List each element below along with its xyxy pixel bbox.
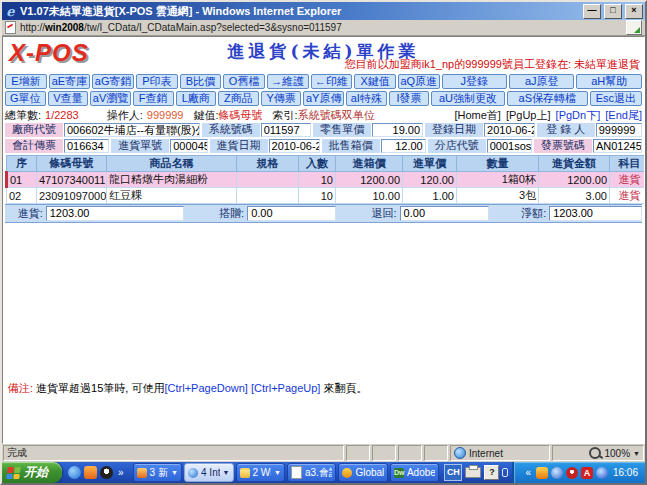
net-total-field[interactable]: 1203.00 [549,206,642,221]
items-table: 序 條碼母號 商品名稱 規格 入數 進箱價 進單價 數量 進貨金額 科目 01 … [5,155,645,204]
btn-original-login[interactable]: aJ原登 [509,74,574,89]
note-hotkey-pageup: [Ctrl+PageUp] [251,382,320,394]
tray-icon[interactable] [551,467,563,479]
tray-icon[interactable] [536,467,548,479]
quicklaunch-qq-icon[interactable] [100,466,113,479]
btn-key-value[interactable]: X鍵值 [354,74,396,89]
btn-original-purchase[interactable]: aQ原進 [398,74,440,89]
btn-consign-stock[interactable]: aE寄庫 [49,74,91,89]
magnifier-icon [589,447,601,459]
paging-end[interactable]: [End尾] [605,109,642,121]
quicklaunch-overflow-icon[interactable]: » [116,467,126,478]
btn-help[interactable]: aH幫助 [576,74,641,89]
table-row[interactable]: 02 23091097000 红豆粿 10 10.00 1.00 3包 3.00… [7,188,646,204]
btn-browse[interactable]: aV瀏覽 [90,91,131,106]
retail-price-field[interactable]: 19.00 [372,123,423,137]
system-number-field[interactable]: 011597 [261,123,312,137]
quicklaunch-browser-icon[interactable] [68,466,81,479]
btn-force-change[interactable]: aU強制更改 [431,91,504,106]
language-options-icon[interactable] [502,468,508,477]
accounting-voucher-field[interactable]: 016634 [64,139,109,153]
btn-invoice[interactable]: I發票 [389,91,430,106]
return-total-field[interactable]: 0.00 [400,206,489,221]
task-button-accounting-doc[interactable]: a3.會計... [287,463,336,482]
btn-voucher[interactable]: Y傳票 [261,91,302,106]
btn-maintain-next[interactable]: →維護 [267,74,309,89]
col-spec: 規格 [237,156,299,172]
register-date-field[interactable]: 2010-06-22 [484,123,535,137]
url-field[interactable]: http://win2008/tw/I_CData/I_CDataMain.as… [20,22,622,33]
btn-login[interactable]: J登錄 [442,74,507,89]
total-count-label: 總筆數: [5,108,41,122]
wholesale-case-price-field[interactable]: 12.00 [381,139,426,153]
paging-home[interactable]: [Home首] [454,109,500,121]
purchase-date-field[interactable]: 2010-06-22 [269,139,320,153]
cell-barcode: 47107340011 [37,172,107,188]
task-label: a3.會計... [305,466,332,480]
index-label: 索引: [273,108,298,122]
status-panel [398,445,422,461]
registrant-label: 登 錄 人 [537,123,595,137]
btn-original-voucher[interactable]: aY原傳 [303,91,344,106]
info-line: 總筆數: 1/2283 操作人: 999999 鍵值: 條碼母號 索引: 系統號… [5,108,642,122]
btn-check-sales[interactable]: F查銷 [133,91,174,106]
btn-print[interactable]: P印表 [136,74,178,89]
minimize-button[interactable]: — [583,4,601,19]
cell-unit-price: 120.00 [403,172,457,188]
tray-icon[interactable] [596,467,608,479]
registrant-field[interactable]: 999999 [596,123,642,137]
vendor-code-field[interactable]: 006602牛埔店--有量聯(股)公司 [64,123,200,137]
quicklaunch-uc-icon[interactable] [84,466,97,479]
task-label: 4 Inter... [201,467,220,478]
page-action-icon[interactable] [626,20,642,35]
login-notice: 您目前以加盟商ik1_np的999999號員工登錄在: 未結單進退貨 [345,57,640,72]
col-product-name: 商品名稱 [107,156,237,172]
btn-vendor[interactable]: L廠商 [176,91,217,106]
cell-category: 進貨 [610,172,646,188]
zoom-dropdown-icon[interactable]: ▼ [633,450,640,457]
btn-consign-sale[interactable]: aG寄銷 [92,74,134,89]
task-button-globals[interactable]: GlobalS... [338,463,387,482]
toolbar-row-2: G單位 V查量 aV瀏覽 F查銷 L廠商 Z商品 Y傳票 aY原傳 aI特殊 I… [5,91,642,106]
paging-pgup[interactable]: [PgUp上] [506,109,551,121]
maximize-button[interactable]: □ [604,4,622,19]
col-amount: 進貨金額 [539,156,610,172]
btn-maintain-prev[interactable]: ←印維 [311,74,353,89]
task-button-sina-uc[interactable]: 3 新浪UC ▼ [133,463,182,482]
tray-icon[interactable]: A [581,467,593,479]
btn-exit[interactable]: Esc退出 [590,91,642,106]
task-button-adobe[interactable]: Dw Adobe D... [390,463,439,482]
language-indicator[interactable]: CH [444,464,462,481]
task-button-windows-explorer[interactable]: 2 Windo... ▼ [236,463,285,482]
btn-product[interactable]: Z商品 [218,91,259,106]
zoom-control[interactable]: 100% ▼ [552,445,644,461]
browser-window: e V1.07未結單進退貨[X-POS 雲通網] - Windows Inter… [0,0,647,485]
purchase-total-field[interactable]: 1203.00 [46,206,184,221]
tray-icon[interactable] [566,467,578,479]
printer-icon[interactable] [465,467,481,478]
page-error-icon [5,21,16,34]
tray-collapse-icon[interactable]: « [523,467,533,478]
btn-compare-price[interactable]: B比價 [180,74,222,89]
table-row[interactable]: 01 47107340011 龍口精燉牛肉湯細粉 10 1200.00 120.… [7,172,646,188]
key-label: 鍵值: [194,108,219,122]
help-icon[interactable]: ? [484,465,499,480]
btn-check-qty[interactable]: V查量 [48,91,89,106]
paging-pgdn[interactable]: [PgDn下] [556,109,601,121]
btn-special[interactable]: aI特殊 [346,91,387,106]
task-button-internet-explorer[interactable]: 4 Inter... ▼ [184,463,233,482]
btn-old-file[interactable]: O舊檔 [223,74,265,89]
btn-save-transfer[interactable]: aS保存轉檔 [507,91,588,106]
form-row-2: 會計傳票 016634 進貨單號 000045 進貨日期 2010-06-22 … [5,139,642,153]
gift-total-field[interactable]: 0.00 [247,206,336,221]
store-code-field[interactable]: 0001soso [487,139,532,153]
taskbar-clock[interactable]: 16:06 [611,467,638,478]
close-button[interactable]: × [625,4,643,19]
cell-case-price: 10.00 [336,188,403,204]
btn-unit[interactable]: G單位 [5,91,46,106]
start-button[interactable]: 开始 [2,462,62,483]
btn-add-new[interactable]: E增新 [5,74,47,89]
invoice-number-field[interactable]: AN01245528 [593,139,642,153]
purchase-order-field[interactable]: 000045 [170,139,207,153]
cell-quantity: 3包 [457,188,539,204]
